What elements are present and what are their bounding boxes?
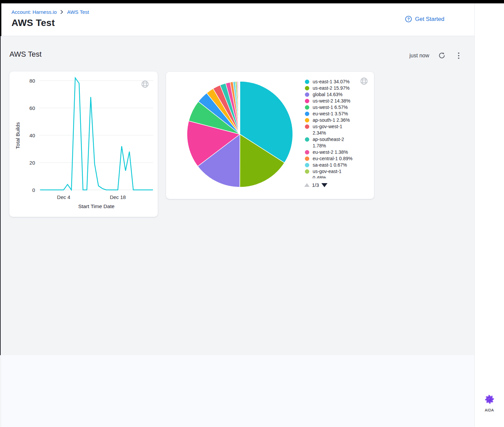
legend-label: eu-west-2 1.38% <box>313 149 348 155</box>
svg-text:Start Time Date: Start Time Date <box>78 203 115 209</box>
legend-dot <box>305 169 309 174</box>
refresh-icon <box>438 52 446 59</box>
aida-label: AIDA <box>475 408 504 412</box>
legend-item[interactable]: sa-east-1 0.67% <box>305 162 370 168</box>
legend-label: global 14.63% <box>313 91 343 98</box>
legend-item[interactable]: eu-central-1 0.89% <box>305 155 370 162</box>
legend-dot <box>305 118 309 122</box>
chevron-right-icon <box>60 10 63 14</box>
legend-label: us-gov-west-12.34% <box>313 123 342 136</box>
left-edge-line <box>0 36 1 355</box>
last-refreshed-label: just now <box>409 53 429 59</box>
svg-text:Dec 18: Dec 18 <box>110 194 126 200</box>
legend-item[interactable]: us-gov-west-12.34% <box>305 123 370 136</box>
legend-dot <box>305 80 309 84</box>
legend-label: eu-central-1 0.89% <box>313 155 352 162</box>
svg-text:60: 60 <box>29 105 35 111</box>
svg-text:?: ? <box>407 17 410 22</box>
legend-label: ap-southeast-21.78% <box>313 136 344 149</box>
breadcrumb: Account: Harness.io AWS Test <box>11 9 89 15</box>
refresh-button[interactable] <box>438 52 446 59</box>
pie-legend: us-east-1 34.07%us-east-2 15.97%global 1… <box>305 79 370 178</box>
dashboard-actions: just now <box>409 52 460 59</box>
legend-label: ap-south-1 2.36% <box>313 117 350 123</box>
breadcrumb-current-link[interactable]: AWS Test <box>67 9 89 15</box>
bottom-background <box>1 355 474 427</box>
legend-item[interactable]: us-gov-east-10.48% <box>305 168 370 178</box>
total-builds-card: 020406080Dec 4Dec 18Start Time DateTotal… <box>9 72 158 217</box>
legend-label: sa-east-1 0.67% <box>313 162 347 168</box>
legend-dot <box>305 150 309 154</box>
legend-page-up-icon[interactable] <box>304 183 310 187</box>
legend-item[interactable]: ap-southeast-21.78% <box>305 136 370 149</box>
help-circle-icon: ? <box>405 16 412 23</box>
legend-dot <box>305 156 309 161</box>
legend-dot <box>305 163 309 167</box>
breadcrumb-account-link[interactable]: Account: Harness.io <box>11 9 57 15</box>
legend-item[interactable]: us-west-2 14.38% <box>305 98 370 104</box>
svg-text:0: 0 <box>32 187 35 193</box>
legend-dot <box>305 86 309 90</box>
legend-item[interactable]: us-west-1 6.57% <box>305 104 370 111</box>
aida-logo-icon <box>483 393 496 405</box>
legend-label: us-east-2 15.97% <box>313 85 350 91</box>
legend-dot <box>305 92 309 97</box>
legend-pager: 1/3 <box>304 182 327 188</box>
legend-label: us-west-2 14.38% <box>313 98 350 104</box>
legend-dot <box>305 137 309 142</box>
legend-label: us-gov-east-10.48% <box>313 168 342 178</box>
legend-item[interactable]: ap-south-1 2.36% <box>305 117 370 123</box>
aida-widget[interactable]: AIDA <box>475 393 504 412</box>
svg-text:20: 20 <box>29 160 35 166</box>
top-window-bar <box>0 0 504 3</box>
get-started-label: Get Started <box>415 16 444 23</box>
legend-label: us-west-1 6.57% <box>313 104 348 111</box>
legend-dot <box>305 105 309 110</box>
svg-text:Dec 4: Dec 4 <box>57 194 70 200</box>
legend-label: us-east-1 34.07% <box>313 79 350 85</box>
more-options-button[interactable] <box>458 52 460 59</box>
region-distribution-card: us-east-1 34.07%us-east-2 15.97%global 1… <box>166 72 374 199</box>
globe-icon[interactable] <box>141 80 149 89</box>
legend-dot <box>305 99 309 103</box>
legend-dot <box>305 124 309 129</box>
page-header: Account: Harness.io AWS Test AWS Test ? … <box>1 3 504 36</box>
legend-item[interactable]: eu-west-1 3.57% <box>305 111 370 117</box>
get-started-link[interactable]: ? Get Started <box>405 16 444 23</box>
svg-text:40: 40 <box>29 133 35 138</box>
dashboard-area: AWS Test just now <box>1 36 474 355</box>
legend-page-down-icon[interactable] <box>321 183 327 187</box>
right-side-panel <box>474 3 504 427</box>
svg-text:80: 80 <box>29 78 35 84</box>
page-title: AWS Test <box>11 18 55 28</box>
dashboard-title: AWS Test <box>9 50 41 59</box>
legend-page-indicator: 1/3 <box>312 182 319 188</box>
globe-icon[interactable] <box>360 77 368 86</box>
total-builds-chart[interactable]: 020406080Dec 4Dec 18Start Time DateTotal… <box>9 72 158 217</box>
legend-item[interactable]: eu-west-2 1.38% <box>305 149 370 155</box>
kebab-menu-icon <box>458 52 460 59</box>
legend-dot <box>305 112 309 116</box>
svg-text:Total Builds: Total Builds <box>15 122 21 149</box>
legend-label: eu-west-1 3.57% <box>313 111 348 117</box>
legend-item[interactable]: global 14.63% <box>305 91 370 98</box>
